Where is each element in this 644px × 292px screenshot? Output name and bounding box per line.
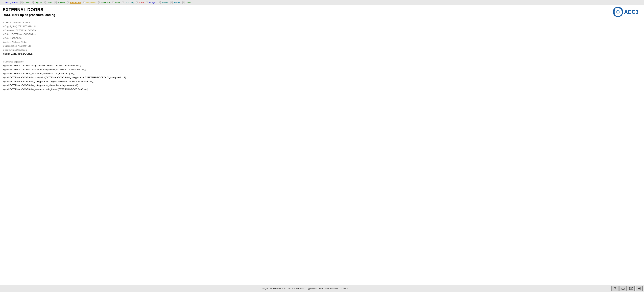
nav-icon-summary [98, 1, 101, 4]
nav-item-case[interactable]: Case [135, 1, 145, 4]
nav-item-dictionary[interactable]: Dictionary [121, 1, 135, 4]
nav-icon-table [112, 1, 114, 4]
nav-icon-dictionary [122, 1, 124, 4]
nav-icon-entities [158, 1, 161, 4]
navigation-bar: iGetting StartedCreateOriginalLatestBrow… [0, 0, 644, 5]
nav-icon-analysis [146, 1, 148, 4]
code-line: logical EXTERNAL-DOORS-r04_notapplicable… [3, 83, 641, 87]
code-line: logical EXTERNAL-DOORS-r04 := logicalor(… [3, 75, 641, 79]
nav-item-summary[interactable]: Summary [97, 1, 110, 4]
code-line: logical EXTERNAL-DOORS-_asrequired := lo… [3, 68, 641, 72]
company-logo: AEC3 [607, 5, 644, 19]
nav-item-trace[interactable]: Trace [182, 1, 191, 4]
code-line: { [3, 56, 641, 60]
status-btn-exit[interactable] [636, 285, 643, 291]
nav-label-analysis: Analysis [149, 1, 156, 4]
code-line: // Path: ./EXTERNAL-DOORS.html [3, 32, 641, 36]
status-btn-print[interactable] [620, 285, 626, 291]
code-display-area: // Title: EXTERNAL DOORS// Copyright (c)… [0, 19, 644, 285]
aec3-logo-icon [613, 7, 623, 17]
code-line: function EXTERNAL-DOORS() [3, 52, 641, 56]
status-info: English Beta version: B.250.025 Bob Wake… [1, 287, 610, 290]
aec3-logo-container: AEC3 [613, 7, 638, 17]
nav-icon-original [32, 1, 34, 4]
nav-item-entities[interactable]: Entities [158, 1, 169, 4]
code-line: // Document: EXTERNAL DOORS [3, 28, 641, 32]
code-line: // Organisation: AEC3 UK Ltd. [3, 44, 641, 48]
nav-item-procedural[interactable]: Procedural [66, 1, 82, 4]
svg-point-61 [624, 288, 624, 288]
nav-label-trace: Trace [186, 1, 190, 4]
nav-label-case: Case [139, 1, 144, 4]
status-btn-help[interactable]: ? [612, 285, 618, 291]
nav-item-table[interactable]: Table [111, 1, 121, 4]
nav-item-browser[interactable]: Browser [54, 1, 66, 4]
nav-label-dictionary: Dictionary [125, 1, 134, 4]
nav-label-original: Original [35, 1, 42, 4]
aec3-logo-text: AEC3 [624, 9, 638, 15]
status-btn-email[interactable] [628, 285, 634, 291]
nav-icon-browser [54, 1, 57, 4]
nav-label-summary: Summary [101, 1, 110, 4]
header-section: EXTERNAL DOORS RASE mark-up as procedura… [0, 5, 644, 19]
nav-icon-latest [44, 1, 46, 4]
nav-label-table: Table [115, 1, 120, 4]
nav-label-getting-started: Getting Started [5, 1, 18, 4]
nav-label-latest: Latest [47, 1, 52, 4]
nav-label-preposition: Preposition [86, 1, 96, 4]
code-line: logical EXTERNAL-DOORS-r04_notapplicable… [3, 79, 641, 83]
svg-rect-59 [622, 287, 624, 288]
code-line: // Contact: nn@aec3.com [3, 48, 641, 52]
document-title: EXTERNAL DOORS [3, 7, 604, 12]
nav-icon-trace [182, 1, 185, 4]
nav-label-browser: Browser [58, 1, 65, 4]
nav-label-results: Results [174, 1, 180, 4]
main-content: EXTERNAL DOORS RASE mark-up as procedura… [0, 5, 644, 285]
nav-icon-preposition [83, 1, 86, 4]
nav-icon-create [20, 1, 23, 4]
nav-icon-getting-started: i [2, 1, 4, 4]
svg-rect-60 [622, 289, 624, 290]
svg-point-56 [613, 7, 623, 17]
code-line: // Copyright (c) 2021 AEC3 UK Ltd.. [3, 24, 641, 28]
nav-item-create[interactable]: Create [20, 1, 30, 4]
nav-icon-case [136, 1, 139, 4]
nav-label-procedural: Procedural [70, 1, 81, 4]
nav-item-results[interactable]: Results [170, 1, 181, 4]
document-subtitle: RASE mark-up as procedural coding [3, 13, 604, 17]
nav-item-getting-started[interactable]: iGetting Started [1, 1, 19, 4]
code-line: // Declared objectives. [3, 60, 641, 64]
code-line: logical EXTERNAL-DOORS-r04_asrequired :=… [3, 87, 641, 91]
nav-item-preposition[interactable]: Preposition [82, 1, 97, 4]
nav-item-original[interactable]: Original [31, 1, 42, 4]
nav-label-entities: Entities [162, 1, 168, 4]
status-bar: English Beta version: B.250.025 Bob Wake… [0, 285, 644, 292]
code-line: // Title: EXTERNAL DOORS [3, 21, 641, 24]
code-line: logical EXTERNAL-DOORS-_asrequired_alter… [3, 72, 641, 75]
nav-item-latest[interactable]: Latest [43, 1, 53, 4]
nav-label-create: Create [24, 1, 30, 4]
header-text: EXTERNAL DOORS RASE mark-up as procedura… [0, 5, 607, 19]
code-line: // Date: 2021-02-16 [3, 36, 641, 40]
nav-icon-results [170, 1, 173, 4]
code-line: logical EXTERNAL-DOORS- := logicalor(EXT… [3, 64, 641, 68]
nav-icon-procedural [67, 1, 70, 4]
nav-item-analysis[interactable]: Analysis [145, 1, 158, 4]
code-line: // Author: Nicholas Nisbet [3, 40, 641, 44]
